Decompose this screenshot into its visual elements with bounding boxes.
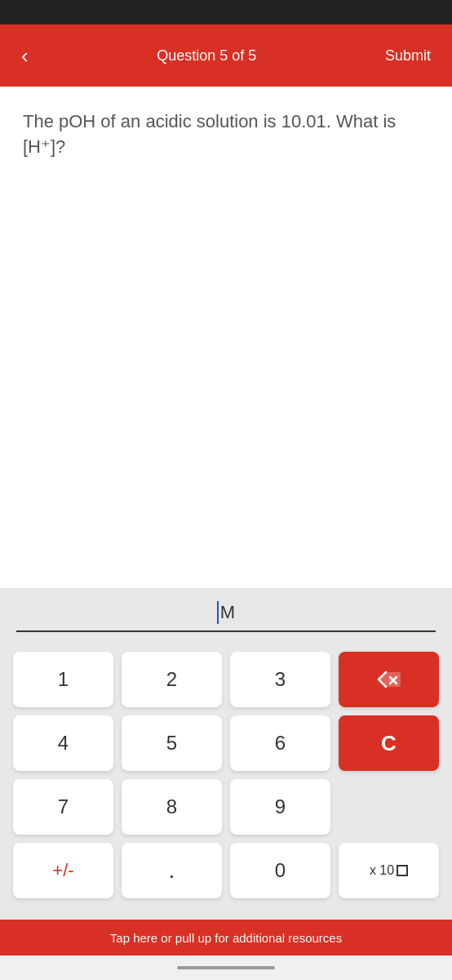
key-1[interactable]: 1 xyxy=(13,652,113,707)
key-plus-minus[interactable]: +/- xyxy=(13,843,113,898)
key-clear[interactable]: C xyxy=(339,715,439,771)
key-0[interactable]: 0 xyxy=(230,843,330,898)
question-text: The pOH of an acidic solution is 10.01. … xyxy=(23,109,429,160)
key-3[interactable]: 3 xyxy=(230,652,330,707)
keypad-row-3: 7 8 9 xyxy=(13,779,439,835)
key-empty xyxy=(339,779,439,835)
display-unit: M xyxy=(220,602,235,623)
status-bar xyxy=(0,0,452,24)
x10-label: x 10 xyxy=(370,863,408,878)
bottom-bar xyxy=(0,956,452,980)
footer-bar[interactable]: Tap here or pull up for additional resou… xyxy=(0,920,452,956)
back-button[interactable]: ‹ xyxy=(15,37,35,75)
header: ‹ Question 5 of 5 Submit xyxy=(0,24,452,87)
keypad-row-1: 1 2 3 xyxy=(13,652,439,707)
key-6[interactable]: 6 xyxy=(230,715,330,771)
key-5[interactable]: 5 xyxy=(122,715,222,771)
footer-text: Tap here or pull up for additional resou… xyxy=(110,931,342,945)
key-9[interactable]: 9 xyxy=(230,779,330,835)
submit-button[interactable]: Submit xyxy=(379,41,437,71)
key-4[interactable]: 4 xyxy=(13,715,113,771)
keypad: 1 2 3 4 5 6 C 7 8 9 +/- . 0 xyxy=(0,648,452,920)
question-area: The pOH of an acidic solution is 10.01. … xyxy=(0,87,452,588)
home-indicator xyxy=(177,966,275,969)
input-display: M xyxy=(16,601,436,632)
header-title: Question 5 of 5 xyxy=(35,47,379,65)
key-decimal[interactable]: . xyxy=(122,843,222,898)
keypad-row-2: 4 5 6 C xyxy=(13,715,439,771)
cursor xyxy=(217,601,219,624)
key-2[interactable]: 2 xyxy=(122,652,222,707)
key-backspace[interactable] xyxy=(339,652,439,707)
key-x10[interactable]: x 10 xyxy=(339,843,439,898)
input-display-area: M xyxy=(0,588,452,648)
key-7[interactable]: 7 xyxy=(13,779,113,835)
keypad-row-4: +/- . 0 x 10 xyxy=(13,843,439,898)
x10-box xyxy=(397,865,408,876)
key-8[interactable]: 8 xyxy=(122,779,222,835)
